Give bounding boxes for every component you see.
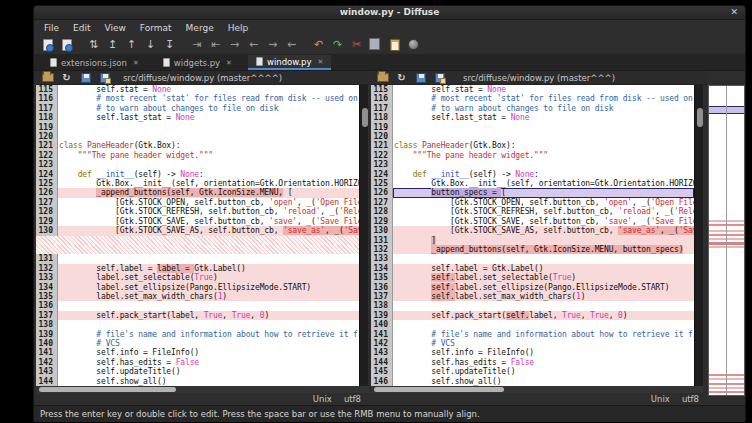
right-code-pane[interactable]: 115 self.stat = None116 # most recent 's… (371, 85, 694, 386)
save-file-button[interactable] (414, 72, 427, 84)
code-line[interactable]: 135 label.set_max_width_chars(1) (36, 292, 359, 301)
clear-edits-button[interactable] (404, 36, 423, 53)
code-line[interactable]: 143 self.info = FileInfo() (371, 348, 694, 357)
code-line[interactable]: 142 # VCS (371, 339, 694, 348)
code-line[interactable]: 117 # to warn about changes to file on d… (371, 104, 694, 113)
code-line[interactable]: 132 self.label = label = Gtk.Label() (36, 264, 359, 273)
code-line[interactable]: 118 self.last_stat = None (36, 113, 359, 122)
undo-button[interactable]: ↶ (309, 36, 328, 53)
left-vertical-scrollbar-thumb[interactable] (362, 108, 368, 127)
menu-item-merge[interactable]: Merge (179, 23, 221, 33)
copy-selection-left-button[interactable]: ⇤ (206, 36, 225, 53)
realign-all-button[interactable]: ⇅ (84, 36, 103, 53)
save-file-as-button[interactable] (98, 72, 111, 84)
cut-button[interactable]: ✂ (347, 36, 366, 53)
code-line[interactable]: 144 self.has_edits = False (371, 358, 694, 367)
reload-file-button[interactable]: ↻ (395, 72, 408, 84)
code-line[interactable]: 115 self.stat = None (371, 85, 694, 94)
tab-close-icon[interactable]: ✕ (226, 59, 232, 67)
merge-from-left-then-right-button[interactable]: ⇝ (263, 36, 282, 53)
paste-button[interactable] (385, 36, 404, 53)
left-horizontal-scrollbar-thumb[interactable] (39, 387, 176, 392)
copy-selection-right-button[interactable]: ⇥ (187, 36, 206, 53)
code-line[interactable]: 126 button_specs = [ (371, 188, 694, 197)
menu-item-format[interactable]: Format (133, 23, 179, 33)
code-line[interactable]: 130 [Gtk.STOCK_SAVE_AS, self.button_cb, … (371, 226, 694, 235)
code-line[interactable]: 121class PaneHeader(Gtk.Box): (36, 141, 359, 150)
tab-widgets.py[interactable]: widgets.py✕ (155, 55, 240, 70)
code-line[interactable]: 119 (36, 123, 359, 132)
diff-map-right-column[interactable] (726, 86, 744, 395)
next-difference-button[interactable]: ↓ (141, 36, 160, 53)
code-line[interactable]: 137 self.pack_start(label, True, True, 0… (36, 311, 359, 320)
left-code-pane[interactable]: 115 self.stat = None116 # most recent 's… (36, 85, 359, 386)
code-line[interactable]: 139 # file's name and information about … (36, 330, 359, 339)
code-line[interactable]: 133 (371, 254, 694, 263)
reload-file-button[interactable]: ↻ (60, 72, 73, 84)
code-line[interactable]: 131 ] (371, 236, 694, 245)
code-line[interactable]: 122 """The pane header widget.""" (36, 151, 359, 160)
menu-item-edit[interactable]: Edit (66, 23, 97, 33)
code-line[interactable]: 130 [Gtk.STOCK_SAVE_AS, self.button_cb, … (36, 226, 359, 235)
new-2way-file-merge-button[interactable] (38, 36, 57, 53)
tab-close-icon[interactable]: ✕ (133, 59, 139, 67)
code-line[interactable]: 123 (36, 160, 359, 169)
code-line[interactable]: 134 label.set_ellipsize(Pango.EllipsizeM… (36, 283, 359, 292)
tab-close-icon[interactable]: ✕ (318, 58, 324, 66)
first-difference-button[interactable]: ↥ (103, 36, 122, 53)
code-line[interactable]: 124 def __init__(self) -> None: (36, 170, 359, 179)
code-line[interactable]: 117 # to warn about changes to file on d… (36, 104, 359, 113)
code-line[interactable]: 123 (371, 160, 694, 169)
code-line[interactable]: 115 self.stat = None (36, 85, 359, 94)
code-line[interactable]: 134 self.label = Gtk.Label() (371, 264, 694, 273)
code-line[interactable]: 129 [Gtk.STOCK_SAVE, self.button_cb, 'sa… (371, 217, 694, 226)
code-line[interactable]: 140 # VCS (36, 339, 359, 348)
new-3way-file-merge-button[interactable] (57, 36, 76, 53)
code-line[interactable]: 132 _append_buttons(self, Gtk.IconSize.M… (371, 245, 694, 254)
code-line[interactable]: 128 [Gtk.STOCK_REFRESH, self.button_cb, … (371, 207, 694, 216)
code-line[interactable]: 131 (36, 254, 359, 263)
tab-window.py[interactable]: window.py✕ (248, 55, 331, 70)
open-file-button[interactable] (376, 72, 389, 84)
code-line[interactable]: 116 # most recent 'stat' for files read … (371, 94, 694, 103)
menu-item-help[interactable]: Help (221, 23, 256, 33)
code-line[interactable]: 141 # file's name and information about … (371, 330, 694, 339)
merge-from-right-then-left-button[interactable]: ⇜ (282, 36, 301, 53)
code-line[interactable]: 145 self.updateTitle() (371, 367, 694, 376)
code-line[interactable]: 116 # most recent 'stat' for files read … (36, 94, 359, 103)
code-line[interactable]: 135 self.label.set_selectable(True) (371, 273, 694, 282)
code-line[interactable]: 141 self.info = FileInfo() (36, 348, 359, 357)
previous-difference-button[interactable]: ↑ (122, 36, 141, 53)
code-line[interactable]: 120 (371, 132, 694, 141)
code-line[interactable]: 126 _append_buttons(self, Gtk.IconSize.M… (36, 188, 359, 197)
code-line[interactable]: 136 self.label.set_ellipsize(Pango.Ellip… (371, 283, 694, 292)
menu-item-view[interactable]: View (98, 23, 133, 33)
open-file-button[interactable] (41, 72, 54, 84)
code-line[interactable]: 120 (36, 132, 359, 141)
code-line[interactable]: 121class PaneHeader(Gtk.Box): (371, 141, 694, 150)
last-difference-button[interactable]: ↧ (160, 36, 179, 53)
code-line[interactable]: 125 Gtk.Box.__init__(self, orientation=G… (36, 179, 359, 188)
copy-right-into-selection-button[interactable]: ← (244, 36, 263, 53)
right-vertical-scrollbar-thumb[interactable] (697, 108, 703, 127)
code-line[interactable]: 129 [Gtk.STOCK_SAVE, self.button_cb, 'sa… (36, 217, 359, 226)
tab-extensions.json[interactable]: extensions.json✕ (42, 55, 147, 70)
code-line[interactable]: 125 Gtk.Box.__init__(self, orientation=G… (371, 179, 694, 188)
right-horizontal-scrollbar[interactable] (371, 386, 703, 393)
code-line[interactable]: 140 (371, 320, 694, 329)
copy-button[interactable] (366, 36, 385, 53)
save-file-button[interactable] (79, 72, 92, 84)
code-line[interactable]: 138 (36, 320, 359, 329)
left-horizontal-scrollbar[interactable] (36, 386, 369, 393)
right-vertical-scrollbar[interactable] (694, 85, 703, 386)
code-line[interactable]: 138 (371, 301, 694, 310)
code-line[interactable]: 142 self.has_edits = False (36, 358, 359, 367)
code-line[interactable]: 133 label.set_selectable(True) (36, 273, 359, 282)
code-line[interactable]: 119 (371, 123, 694, 132)
code-line[interactable]: 124 def __init__(self) -> None: (371, 170, 694, 179)
right-horizontal-scrollbar-thumb[interactable] (374, 387, 504, 392)
code-line[interactable]: 143 self.updateTitle() (36, 367, 359, 376)
copy-left-into-selection-button[interactable]: → (225, 36, 244, 53)
code-line[interactable]: 128 [Gtk.STOCK_REFRESH, self.button_cb, … (36, 207, 359, 216)
code-line[interactable]: 122 """The pane header widget.""" (371, 151, 694, 160)
